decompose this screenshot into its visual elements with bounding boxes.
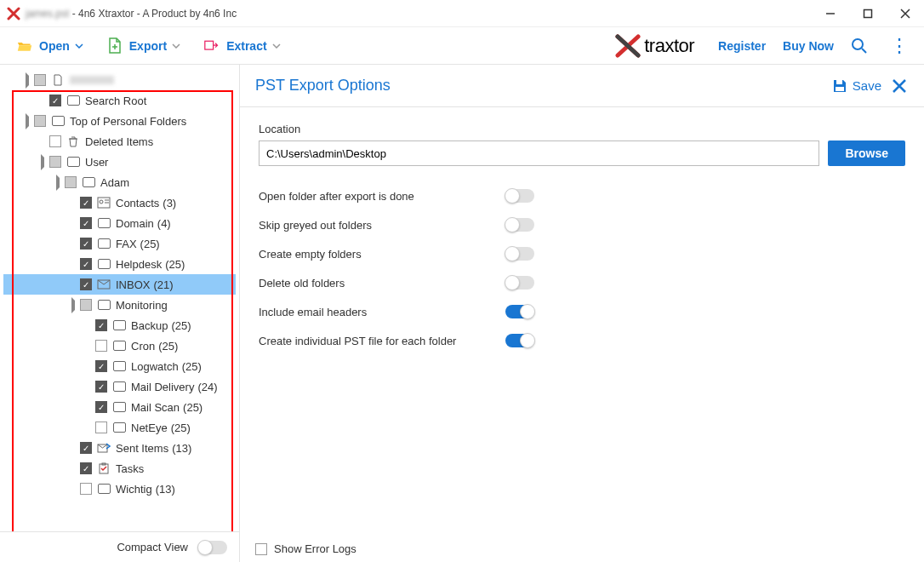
tree-checkbox[interactable] — [80, 483, 92, 495]
tree-node-count: (25) — [171, 422, 191, 434]
tree-row[interactable]: Cron (25) — [3, 335, 236, 356]
tree-row[interactable]: Contacts (3) — [3, 192, 236, 213]
folder-icon — [97, 258, 111, 270]
export-option-toggle[interactable] — [505, 305, 534, 318]
tree-node-count: (4) — [157, 217, 171, 230]
extract-icon — [204, 38, 220, 54]
tree-checkbox[interactable] — [80, 278, 92, 290]
browse-button[interactable]: Browse — [828, 140, 905, 166]
save-button[interactable]: Save — [832, 78, 881, 94]
register-link[interactable]: Register — [718, 39, 766, 53]
sent-icon — [97, 442, 111, 454]
location-input[interactable] — [259, 140, 819, 166]
tree-checkbox[interactable] — [49, 95, 61, 106]
tree-checkbox[interactable] — [49, 135, 61, 147]
export-option-toggle[interactable] — [505, 276, 534, 290]
tree-node-label: Adam — [100, 176, 129, 189]
export-option-toggle[interactable] — [505, 247, 534, 261]
window-close-button[interactable] — [887, 0, 924, 26]
tree-row[interactable]: Mail Scan (25) — [3, 397, 236, 417]
export-option-toggle[interactable] — [505, 334, 534, 347]
tree-row[interactable]: User — [3, 152, 236, 172]
tree-checkbox[interactable] — [65, 176, 77, 188]
tree-node-label: Mail Delivery — [131, 381, 194, 393]
search-icon[interactable] — [851, 37, 868, 54]
tree-row[interactable]: Wichtig (13) — [3, 479, 236, 499]
tree-row[interactable]: Adam — [3, 172, 236, 192]
tree-checkbox[interactable] — [80, 197, 92, 209]
svg-line-4 — [862, 49, 866, 53]
file-export-icon — [107, 38, 123, 54]
show-error-logs-row[interactable]: Show Error Logs — [255, 542, 356, 555]
more-menu-icon[interactable]: ⋮ — [885, 35, 914, 57]
open-menu-button[interactable]: Open — [10, 35, 90, 57]
tree-checkbox[interactable] — [80, 238, 92, 249]
tree-node-label: INBOX — [116, 278, 150, 291]
buy-now-link[interactable]: Buy Now — [783, 39, 834, 53]
window-minimize-button[interactable] — [812, 0, 849, 26]
trash-icon — [66, 135, 80, 147]
tree-row[interactable]: Helpdesk (25) — [3, 254, 236, 274]
tree-checkbox[interactable] — [80, 217, 92, 229]
tree-checkbox[interactable] — [34, 115, 46, 127]
tree-row[interactable]: Sent Items (13) — [3, 438, 236, 458]
expander-icon[interactable] — [68, 301, 78, 310]
folder-tree[interactable]: Search RootTop of Personal FoldersDelete… — [0, 65, 239, 504]
tree-row[interactable]: Tasks — [3, 458, 236, 479]
expander-icon[interactable] — [37, 158, 48, 167]
extract-menu-button[interactable]: Extract — [197, 35, 287, 57]
tree-checkbox[interactable] — [80, 462, 92, 474]
tree-row[interactable]: Mail Delivery (24) — [3, 376, 236, 397]
tree-node-label: Sent Items — [116, 442, 168, 455]
tree-row[interactable]: NetEye (25) — [3, 417, 236, 438]
export-option-toggle[interactable] — [505, 218, 534, 232]
tree-checkbox[interactable] — [80, 258, 92, 270]
tree-checkbox[interactable] — [80, 299, 92, 311]
export-option-row: Include email headers — [259, 297, 905, 326]
tree-row[interactable]: Logwatch (25) — [3, 356, 236, 376]
tree-checkbox[interactable] — [95, 319, 107, 331]
tree-checkbox[interactable] — [95, 401, 107, 413]
tree-checkbox[interactable] — [95, 360, 107, 372]
tree-row[interactable]: Top of Personal Folders — [3, 111, 236, 131]
tree-node-label: Backup — [131, 319, 168, 332]
window-maximize-button[interactable] — [849, 0, 887, 26]
tree-row[interactable] — [3, 70, 236, 90]
export-option-label: Delete old folders — [259, 277, 505, 290]
tree-checkbox[interactable] — [49, 156, 61, 168]
folder-open-icon — [17, 38, 32, 54]
expander-icon[interactable] — [53, 178, 63, 187]
tree-checkbox[interactable] — [95, 422, 107, 433]
folder-icon — [112, 319, 126, 331]
tree-row[interactable]: FAX (25) — [3, 233, 236, 254]
compact-view-toggle[interactable] — [198, 541, 227, 554]
tree-row[interactable]: INBOX (21) — [3, 274, 236, 295]
svg-rect-1 — [864, 9, 872, 17]
folder-icon — [97, 217, 111, 229]
location-label: Location — [259, 123, 905, 135]
window-title: james.pst - 4n6 Xtraxtor - A Product by … — [26, 8, 237, 20]
tree-checkbox[interactable] — [80, 442, 92, 454]
tree-checkbox[interactable] — [34, 74, 46, 86]
tree-row[interactable]: Search Root — [3, 90, 236, 111]
tree-row[interactable]: Backup (25) — [3, 315, 236, 335]
folder-icon — [112, 422, 126, 433]
show-error-logs-checkbox[interactable] — [255, 543, 267, 555]
tree-row[interactable]: Domain (4) — [3, 213, 236, 233]
close-panel-button[interactable] — [890, 78, 909, 94]
folder-tree-sidebar: Search RootTop of Personal FoldersDelete… — [0, 65, 240, 562]
folder-icon — [51, 115, 65, 127]
tree-node-label: Mail Scan — [131, 401, 180, 414]
tree-checkbox[interactable] — [95, 340, 107, 352]
tree-checkbox[interactable] — [95, 381, 107, 393]
tree-node-label: Domain — [116, 217, 154, 230]
brand-logo: traxtor — [615, 34, 694, 58]
export-options-panel: PST Export Options Save Location Browse … — [240, 65, 924, 562]
export-menu-button[interactable]: Export — [100, 35, 187, 57]
tree-node-label: Logwatch — [131, 360, 179, 373]
export-option-toggle[interactable] — [505, 189, 534, 203]
tree-row[interactable]: Deleted Items — [3, 131, 236, 152]
expander-icon[interactable] — [22, 117, 32, 126]
tree-row[interactable]: Monitoring — [3, 295, 236, 315]
expander-icon[interactable] — [22, 76, 32, 85]
